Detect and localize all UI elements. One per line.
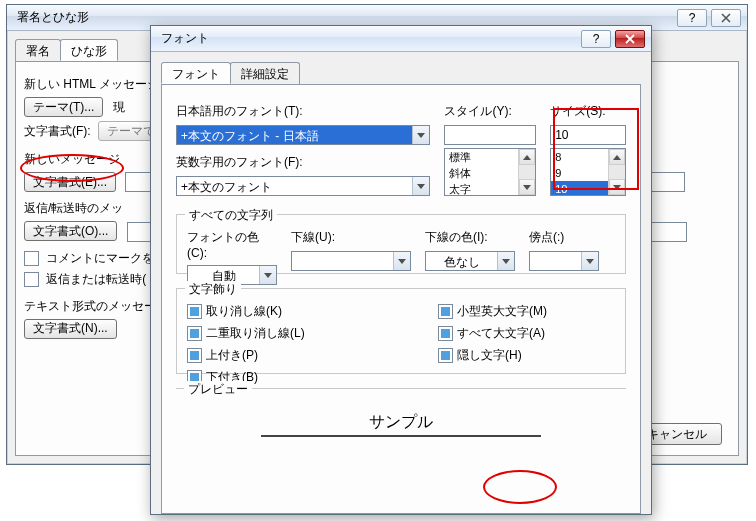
- style-opt-2[interactable]: 太字: [445, 181, 519, 196]
- reply-font-button[interactable]: 文字書式(O)...: [24, 221, 117, 241]
- scroll-up-button[interactable]: [609, 149, 625, 165]
- textmsg-font-button[interactable]: 文字書式(N)...: [24, 319, 117, 339]
- preview-sample: サンプル: [261, 409, 541, 437]
- underline-drop[interactable]: [393, 252, 410, 270]
- jpfont-dropdown-button[interactable]: [412, 126, 429, 144]
- preview-legend: プレビュー: [184, 381, 252, 398]
- emphasis-value: [530, 252, 581, 270]
- chk-smallcaps[interactable]: [438, 304, 453, 319]
- chk-hidden[interactable]: [438, 348, 453, 363]
- chevron-down-icon: [417, 184, 425, 189]
- close-icon: [625, 34, 635, 44]
- enfont-dropdown-button[interactable]: [412, 177, 429, 195]
- jpfont-value: +本文のフォント - 日本語: [177, 126, 412, 144]
- font-help-button[interactable]: ?: [581, 30, 611, 48]
- chk-dstrike-label: 二重取り消し線(L): [206, 326, 305, 340]
- chk-strike[interactable]: [187, 304, 202, 319]
- size-label: サイズ(S):: [550, 103, 626, 120]
- style-opt-0[interactable]: 標準: [445, 149, 519, 165]
- font-titlebar: フォント ?: [151, 26, 651, 52]
- font-panel: 日本語用のフォント(T): +本文のフォント - 日本語 英数字用のフォント(F…: [161, 84, 641, 514]
- underline-color-combo[interactable]: 色なし: [425, 251, 515, 271]
- chevron-down-icon: [523, 185, 531, 190]
- size-scrollbar[interactable]: [608, 149, 625, 195]
- enfont-combo[interactable]: +本文のフォント: [176, 176, 430, 196]
- underline-color-label: 下線の色(I):: [425, 229, 515, 246]
- emphasis-drop[interactable]: [581, 252, 598, 270]
- chk-hidden-label: 隠し文字(H): [457, 348, 522, 362]
- group-all-chars: すべての文字列 フォントの色(C): 自動 下線(U):: [176, 214, 626, 274]
- size-input[interactable]: 10: [550, 125, 626, 145]
- theme-button[interactable]: テーマ(T)...: [24, 97, 103, 117]
- help-button[interactable]: ?: [677, 9, 707, 27]
- font-close-button[interactable]: [615, 30, 645, 48]
- font-title: フォント: [157, 30, 581, 47]
- chk-super-label: 上付き(P): [206, 348, 258, 362]
- enfont-label: 英数字用のフォント(F):: [176, 154, 430, 171]
- chevron-down-icon: [613, 185, 621, 190]
- group-decor-legend: 文字飾り: [185, 281, 241, 298]
- chk-allcaps[interactable]: [438, 326, 453, 341]
- size-opt-2[interactable]: 10: [551, 181, 609, 196]
- tab-signature[interactable]: 署名: [15, 39, 61, 61]
- style-label: スタイル(Y):: [444, 103, 536, 120]
- font-tabstrip: フォント 詳細設定: [161, 62, 641, 84]
- underline-combo[interactable]: [291, 251, 411, 271]
- chevron-down-icon: [264, 273, 272, 278]
- size-listbox[interactable]: 8 9 10: [550, 148, 626, 196]
- jpfont-label: 日本語用のフォント(T):: [176, 103, 430, 120]
- scroll-down-button[interactable]: [609, 179, 625, 195]
- underline-label: 下線(U):: [291, 229, 411, 246]
- chk-dstrike[interactable]: [187, 326, 202, 341]
- size-opt-0[interactable]: 8: [551, 149, 609, 165]
- scroll-down-button[interactable]: [519, 179, 535, 195]
- chk-super[interactable]: [187, 348, 202, 363]
- fontcolor-drop[interactable]: [259, 266, 276, 284]
- size-opt-1[interactable]: 9: [551, 165, 609, 181]
- tab-advanced[interactable]: 詳細設定: [230, 62, 300, 84]
- group-decor: 文字飾り 取り消し線(K) 二重取り消し線(L) 上付き(P) 下付き(B) 小…: [176, 288, 626, 374]
- newmsg-font-button[interactable]: 文字書式(E)...: [24, 172, 116, 192]
- enfont-value: +本文のフォント: [177, 177, 412, 195]
- chk-reply-forward[interactable]: [24, 272, 39, 287]
- chevron-down-icon: [502, 259, 510, 264]
- underline-color-value: 色なし: [426, 252, 497, 270]
- style-scrollbar[interactable]: [518, 149, 535, 195]
- signatures-title: 署名とひな形: [13, 9, 677, 26]
- jpfont-combo[interactable]: +本文のフォント - 日本語: [176, 125, 430, 145]
- scroll-up-button[interactable]: [519, 149, 535, 165]
- chevron-down-icon: [586, 259, 594, 264]
- close-button[interactable]: [711, 9, 741, 27]
- style-input[interactable]: [444, 125, 536, 145]
- emphasis-label: 傍点(:): [529, 229, 599, 246]
- underline-value: [292, 252, 393, 270]
- font-body: フォント 詳細設定 日本語用のフォント(T): +本文のフォント - 日本語 英…: [151, 52, 651, 514]
- group-all-legend: すべての文字列: [185, 207, 277, 224]
- chevron-down-icon: [398, 259, 406, 264]
- group-preview: プレビュー サンプル: [176, 388, 626, 444]
- tab-stationery[interactable]: ひな形: [60, 39, 118, 61]
- chk-allcaps-label: すべて大文字(A): [457, 326, 545, 340]
- chk-reply-forward-label: 返信または転送時(: [46, 272, 146, 286]
- style-listbox[interactable]: 標準 斜体 太字: [444, 148, 536, 196]
- theme-status: 現: [113, 100, 125, 114]
- chk-comment[interactable]: [24, 251, 39, 266]
- chk-smallcaps-label: 小型英大文字(M): [457, 304, 547, 318]
- font-format-label: 文字書式(F):: [24, 124, 91, 138]
- close-icon: [721, 13, 731, 23]
- tab-font[interactable]: フォント: [161, 62, 231, 84]
- chevron-down-icon: [417, 133, 425, 138]
- chevron-up-icon: [523, 155, 531, 160]
- underline-color-drop[interactable]: [497, 252, 514, 270]
- style-opt-1[interactable]: 斜体: [445, 165, 519, 181]
- fontcolor-label: フォントの色(C):: [187, 229, 277, 260]
- chevron-up-icon: [613, 155, 621, 160]
- chk-strike-label: 取り消し線(K): [206, 304, 282, 318]
- emphasis-combo[interactable]: [529, 251, 599, 271]
- font-dialog: フォント ? フォント 詳細設定 日本語用のフォント(T): +本: [150, 25, 652, 515]
